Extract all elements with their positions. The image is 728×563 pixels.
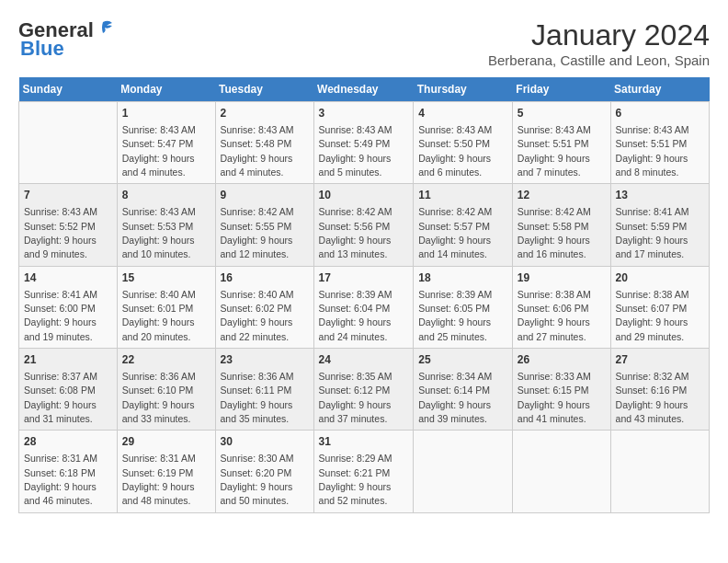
day-number: 6 xyxy=(616,106,704,121)
cell-daylight: Daylight: 9 hours and 52 minutes. xyxy=(319,481,392,506)
calendar-week-5: 28 Sunrise: 8:31 AM Sunset: 6:18 PM Dayl… xyxy=(19,431,710,512)
calendar-cell: 10 Sunrise: 8:42 AM Sunset: 5:56 PM Dayl… xyxy=(313,184,414,266)
cell-daylight: Daylight: 9 hours and 20 minutes. xyxy=(122,316,195,341)
cell-sunrise: Sunrise: 8:43 AM xyxy=(24,206,97,217)
cell-sunrise: Sunrise: 8:43 AM xyxy=(122,206,196,217)
day-number: 13 xyxy=(616,188,704,203)
calendar-cell: 23 Sunrise: 8:36 AM Sunset: 6:11 PM Dayl… xyxy=(215,349,313,431)
month-title: January 2024 xyxy=(488,18,710,52)
calendar-cell: 25 Sunrise: 8:34 AM Sunset: 6:14 PM Dayl… xyxy=(414,349,513,431)
calendar-cell: 5 Sunrise: 8:43 AM Sunset: 5:51 PM Dayli… xyxy=(512,102,610,184)
cell-sunset: Sunset: 6:19 PM xyxy=(122,467,194,478)
cell-sunrise: Sunrise: 8:43 AM xyxy=(122,124,196,135)
day-number: 26 xyxy=(518,352,606,368)
cell-sunrise: Sunrise: 8:42 AM xyxy=(319,206,392,217)
cell-daylight: Daylight: 9 hours and 41 minutes. xyxy=(518,399,590,424)
cell-sunset: Sunset: 6:08 PM xyxy=(24,385,96,396)
calendar-cell xyxy=(414,431,513,512)
cell-sunset: Sunset: 6:10 PM xyxy=(122,385,194,396)
calendar-week-2: 7 Sunrise: 8:43 AM Sunset: 5:52 PM Dayli… xyxy=(19,184,710,266)
day-number: 30 xyxy=(221,434,309,450)
calendar-cell: 24 Sunrise: 8:35 AM Sunset: 6:12 PM Dayl… xyxy=(313,349,414,431)
calendar-cell: 8 Sunrise: 8:43 AM Sunset: 5:53 PM Dayli… xyxy=(117,184,215,266)
cell-sunrise: Sunrise: 8:43 AM xyxy=(418,124,492,135)
day-number: 25 xyxy=(418,352,507,368)
day-number: 8 xyxy=(122,188,210,203)
cell-sunrise: Sunrise: 8:39 AM xyxy=(319,289,392,300)
day-number: 28 xyxy=(24,434,112,450)
header-day-sunday: Sunday xyxy=(19,77,118,102)
day-number: 10 xyxy=(319,188,409,203)
calendar-cell: 19 Sunrise: 8:38 AM Sunset: 6:06 PM Dayl… xyxy=(512,266,610,348)
cell-daylight: Daylight: 9 hours and 22 minutes. xyxy=(221,316,293,341)
cell-sunrise: Sunrise: 8:29 AM xyxy=(319,453,392,464)
cell-sunrise: Sunrise: 8:39 AM xyxy=(418,289,492,300)
calendar-cell: 13 Sunrise: 8:41 AM Sunset: 5:59 PM Dayl… xyxy=(610,184,709,266)
cell-sunrise: Sunrise: 8:31 AM xyxy=(122,453,196,464)
cell-sunset: Sunset: 6:06 PM xyxy=(518,303,589,314)
calendar-cell: 30 Sunrise: 8:30 AM Sunset: 6:20 PM Dayl… xyxy=(215,431,313,512)
day-number: 27 xyxy=(616,352,704,368)
cell-sunrise: Sunrise: 8:31 AM xyxy=(24,453,97,464)
cell-sunset: Sunset: 5:51 PM xyxy=(616,138,688,149)
cell-sunrise: Sunrise: 8:35 AM xyxy=(319,371,392,382)
day-number: 1 xyxy=(122,106,210,121)
calendar-cell: 1 Sunrise: 8:43 AM Sunset: 5:47 PM Dayli… xyxy=(117,102,215,184)
cell-sunrise: Sunrise: 8:41 AM xyxy=(616,206,689,217)
cell-sunrise: Sunrise: 8:43 AM xyxy=(616,124,689,135)
cell-daylight: Daylight: 9 hours and 12 minutes. xyxy=(221,235,293,259)
cell-daylight: Daylight: 9 hours and 8 minutes. xyxy=(616,153,688,178)
calendar-cell: 9 Sunrise: 8:42 AM Sunset: 5:55 PM Dayli… xyxy=(215,184,313,266)
cell-daylight: Daylight: 9 hours and 4 minutes. xyxy=(122,153,195,178)
cell-daylight: Daylight: 9 hours and 29 minutes. xyxy=(616,316,688,341)
cell-sunset: Sunset: 5:59 PM xyxy=(616,221,688,232)
calendar-cell: 31 Sunrise: 8:29 AM Sunset: 6:21 PM Dayl… xyxy=(313,431,414,512)
cell-sunset: Sunset: 6:04 PM xyxy=(319,303,391,314)
cell-sunrise: Sunrise: 8:32 AM xyxy=(616,371,689,382)
cell-daylight: Daylight: 9 hours and 33 minutes. xyxy=(122,399,195,424)
calendar-cell: 3 Sunrise: 8:43 AM Sunset: 5:49 PM Dayli… xyxy=(313,102,414,184)
day-number: 15 xyxy=(122,270,210,286)
calendar-cell: 7 Sunrise: 8:43 AM Sunset: 5:52 PM Dayli… xyxy=(19,184,118,266)
cell-sunset: Sunset: 5:57 PM xyxy=(418,221,490,232)
calendar-table: SundayMondayTuesdayWednesdayThursdayFrid… xyxy=(18,77,710,513)
cell-sunrise: Sunrise: 8:38 AM xyxy=(616,289,689,300)
cell-daylight: Daylight: 9 hours and 14 minutes. xyxy=(418,235,491,259)
cell-sunrise: Sunrise: 8:43 AM xyxy=(518,124,591,135)
cell-daylight: Daylight: 9 hours and 39 minutes. xyxy=(418,399,491,424)
cell-daylight: Daylight: 9 hours and 27 minutes. xyxy=(518,316,590,341)
cell-daylight: Daylight: 9 hours and 6 minutes. xyxy=(418,153,491,178)
header-day-monday: Monday xyxy=(117,77,215,102)
cell-sunrise: Sunrise: 8:30 AM xyxy=(221,453,294,464)
cell-sunrise: Sunrise: 8:40 AM xyxy=(221,289,294,300)
calendar-cell: 22 Sunrise: 8:36 AM Sunset: 6:10 PM Dayl… xyxy=(117,349,215,431)
day-number: 4 xyxy=(418,106,507,121)
cell-sunrise: Sunrise: 8:42 AM xyxy=(418,206,492,217)
cell-sunset: Sunset: 6:18 PM xyxy=(24,467,96,478)
calendar-cell xyxy=(19,102,118,184)
cell-sunrise: Sunrise: 8:42 AM xyxy=(221,206,294,217)
logo-bird-icon xyxy=(96,18,116,39)
day-number: 2 xyxy=(221,106,309,121)
cell-sunset: Sunset: 6:02 PM xyxy=(221,303,292,314)
cell-daylight: Daylight: 9 hours and 13 minutes. xyxy=(319,235,392,259)
cell-daylight: Daylight: 9 hours and 19 minutes. xyxy=(24,316,97,341)
cell-daylight: Daylight: 9 hours and 43 minutes. xyxy=(616,399,688,424)
day-number: 11 xyxy=(418,188,507,203)
calendar-week-4: 21 Sunrise: 8:37 AM Sunset: 6:08 PM Dayl… xyxy=(19,349,710,431)
cell-sunrise: Sunrise: 8:34 AM xyxy=(418,371,492,382)
calendar-cell: 21 Sunrise: 8:37 AM Sunset: 6:08 PM Dayl… xyxy=(19,349,118,431)
title-block: January 2024 Berberana, Castille and Leo… xyxy=(488,18,710,68)
cell-sunset: Sunset: 5:49 PM xyxy=(319,138,391,149)
header-row: SundayMondayTuesdayWednesdayThursdayFrid… xyxy=(19,77,710,102)
cell-sunset: Sunset: 5:53 PM xyxy=(122,221,194,232)
calendar-header: SundayMondayTuesdayWednesdayThursdayFrid… xyxy=(19,77,710,102)
header-day-tuesday: Tuesday xyxy=(215,77,313,102)
day-number: 20 xyxy=(616,270,704,286)
calendar-cell: 15 Sunrise: 8:40 AM Sunset: 6:01 PM Dayl… xyxy=(117,266,215,348)
calendar-body: 1 Sunrise: 8:43 AM Sunset: 5:47 PM Dayli… xyxy=(19,102,710,513)
day-number: 22 xyxy=(122,352,210,368)
cell-sunset: Sunset: 6:01 PM xyxy=(122,303,194,314)
cell-sunset: Sunset: 5:58 PM xyxy=(518,221,589,232)
logo-blue-text: Blue xyxy=(20,37,64,61)
